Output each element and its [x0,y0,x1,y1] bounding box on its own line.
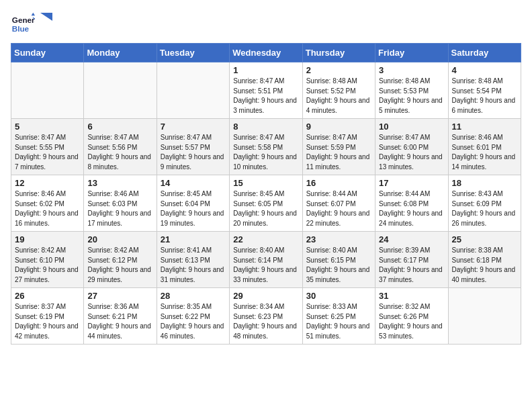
calendar-cell [448,288,521,345]
day-info: Sunrise: 8:47 AM Sunset: 5:57 PM Dayligh… [161,133,226,172]
day-info: Sunrise: 8:42 AM Sunset: 6:10 PM Dayligh… [15,246,80,285]
calendar-cell: 2Sunrise: 8:48 AM Sunset: 5:52 PM Daylig… [302,62,375,119]
weekday-header-friday: Friday [375,44,448,62]
calendar-cell: 15Sunrise: 8:45 AM Sunset: 6:05 PM Dayli… [230,175,302,232]
day-number: 18 [452,178,517,188]
day-number: 13 [87,178,152,188]
day-info: Sunrise: 8:34 AM Sunset: 6:23 PM Dayligh… [233,302,298,341]
day-number: 1 [233,65,298,75]
logo: General Blue [11,11,52,35]
calendar-week-row: 5Sunrise: 8:47 AM Sunset: 5:55 PM Daylig… [11,119,521,175]
calendar-header-row: SundayMondayTuesdayWednesdayThursdayFrid… [11,44,521,62]
day-number: 14 [161,178,226,188]
day-info: Sunrise: 8:46 AM Sunset: 6:03 PM Dayligh… [87,189,152,228]
calendar-cell: 19Sunrise: 8:42 AM Sunset: 6:10 PM Dayli… [11,232,84,288]
calendar-cell: 26Sunrise: 8:37 AM Sunset: 6:19 PM Dayli… [11,288,84,345]
day-info: Sunrise: 8:43 AM Sunset: 6:09 PM Dayligh… [452,189,517,228]
svg-marker-4 [40,13,52,21]
day-number: 24 [379,234,444,244]
day-info: Sunrise: 8:44 AM Sunset: 6:07 PM Dayligh… [306,189,371,228]
day-info: Sunrise: 8:46 AM Sunset: 6:02 PM Dayligh… [15,189,80,228]
weekday-header-sunday: Sunday [11,44,84,62]
day-info: Sunrise: 8:41 AM Sunset: 6:13 PM Dayligh… [161,246,226,285]
calendar-cell: 14Sunrise: 8:45 AM Sunset: 6:04 PM Dayli… [157,175,229,232]
calendar-cell: 16Sunrise: 8:44 AM Sunset: 6:07 PM Dayli… [302,175,375,232]
weekday-header-saturday: Saturday [448,44,521,62]
day-number: 12 [15,178,80,188]
page-header: General Blue [11,11,521,35]
weekday-header-tuesday: Tuesday [157,44,229,62]
calendar-cell: 3Sunrise: 8:48 AM Sunset: 5:53 PM Daylig… [375,62,448,119]
day-number: 28 [161,291,226,301]
calendar-cell: 21Sunrise: 8:41 AM Sunset: 6:13 PM Dayli… [157,232,229,288]
day-number: 5 [15,122,80,132]
day-number: 16 [306,178,371,188]
day-info: Sunrise: 8:38 AM Sunset: 6:18 PM Dayligh… [452,246,517,285]
day-number: 31 [379,291,444,301]
day-info: Sunrise: 8:47 AM Sunset: 5:51 PM Dayligh… [233,77,298,116]
calendar-cell: 13Sunrise: 8:46 AM Sunset: 6:03 PM Dayli… [84,175,157,232]
calendar-cell: 5Sunrise: 8:47 AM Sunset: 5:55 PM Daylig… [11,119,84,175]
calendar-cell: 8Sunrise: 8:47 AM Sunset: 5:58 PM Daylig… [230,119,302,175]
day-info: Sunrise: 8:36 AM Sunset: 6:21 PM Dayligh… [87,302,152,341]
calendar-cell: 4Sunrise: 8:48 AM Sunset: 5:54 PM Daylig… [448,62,521,119]
day-number: 30 [306,291,371,301]
day-info: Sunrise: 8:48 AM Sunset: 5:54 PM Dayligh… [452,77,517,116]
svg-text:General: General [12,15,35,24]
calendar-cell: 1Sunrise: 8:47 AM Sunset: 5:51 PM Daylig… [230,62,302,119]
weekday-header-thursday: Thursday [302,44,375,62]
day-number: 22 [233,234,298,244]
day-number: 2 [306,65,371,75]
day-number: 19 [15,234,80,244]
day-number: 8 [233,122,298,132]
day-info: Sunrise: 8:48 AM Sunset: 5:52 PM Dayligh… [306,77,371,116]
day-number: 3 [379,65,444,75]
day-info: Sunrise: 8:42 AM Sunset: 6:12 PM Dayligh… [87,246,152,285]
day-info: Sunrise: 8:39 AM Sunset: 6:17 PM Dayligh… [379,246,444,285]
calendar-cell: 7Sunrise: 8:47 AM Sunset: 5:57 PM Daylig… [157,119,229,175]
day-number: 23 [306,234,371,244]
day-info: Sunrise: 8:37 AM Sunset: 6:19 PM Dayligh… [15,302,80,341]
calendar-cell [11,62,84,119]
calendar-week-row: 19Sunrise: 8:42 AM Sunset: 6:10 PM Dayli… [11,232,521,288]
calendar-cell [84,62,157,119]
day-info: Sunrise: 8:47 AM Sunset: 5:59 PM Dayligh… [306,133,371,172]
calendar-cell: 28Sunrise: 8:35 AM Sunset: 6:22 PM Dayli… [157,288,229,345]
calendar-cell: 18Sunrise: 8:43 AM Sunset: 6:09 PM Dayli… [448,175,521,232]
day-info: Sunrise: 8:44 AM Sunset: 6:08 PM Dayligh… [379,189,444,228]
svg-marker-2 [32,13,35,16]
day-info: Sunrise: 8:47 AM Sunset: 6:00 PM Dayligh… [379,133,444,172]
calendar-cell: 24Sunrise: 8:39 AM Sunset: 6:17 PM Dayli… [375,232,448,288]
weekday-header-wednesday: Wednesday [230,44,302,62]
calendar-table: SundayMondayTuesdayWednesdayThursdayFrid… [11,43,521,345]
calendar-week-row: 26Sunrise: 8:37 AM Sunset: 6:19 PM Dayli… [11,288,521,345]
calendar-cell: 6Sunrise: 8:47 AM Sunset: 5:56 PM Daylig… [84,119,157,175]
day-number: 25 [452,234,517,244]
svg-text:Blue: Blue [12,24,30,33]
day-number: 7 [161,122,226,132]
calendar-cell: 23Sunrise: 8:40 AM Sunset: 6:15 PM Dayli… [302,232,375,288]
day-number: 26 [15,291,80,301]
calendar-cell: 17Sunrise: 8:44 AM Sunset: 6:08 PM Dayli… [375,175,448,232]
calendar-week-row: 1Sunrise: 8:47 AM Sunset: 5:51 PM Daylig… [11,62,521,119]
calendar-cell [157,62,229,119]
day-info: Sunrise: 8:46 AM Sunset: 6:01 PM Dayligh… [452,133,517,172]
calendar-cell: 30Sunrise: 8:33 AM Sunset: 6:25 PM Dayli… [302,288,375,345]
day-number: 10 [379,122,444,132]
calendar-week-row: 12Sunrise: 8:46 AM Sunset: 6:02 PM Dayli… [11,175,521,232]
calendar-cell: 11Sunrise: 8:46 AM Sunset: 6:01 PM Dayli… [448,119,521,175]
calendar-cell: 27Sunrise: 8:36 AM Sunset: 6:21 PM Dayli… [84,288,157,345]
day-info: Sunrise: 8:47 AM Sunset: 5:56 PM Dayligh… [87,133,152,172]
day-number: 15 [233,178,298,188]
day-info: Sunrise: 8:33 AM Sunset: 6:25 PM Dayligh… [306,302,371,341]
day-number: 9 [306,122,371,132]
weekday-header-monday: Monday [84,44,157,62]
day-info: Sunrise: 8:48 AM Sunset: 5:53 PM Dayligh… [379,77,444,116]
day-info: Sunrise: 8:45 AM Sunset: 6:05 PM Dayligh… [233,189,298,228]
day-number: 11 [452,122,517,132]
day-info: Sunrise: 8:45 AM Sunset: 6:04 PM Dayligh… [161,189,226,228]
calendar-cell: 9Sunrise: 8:47 AM Sunset: 5:59 PM Daylig… [302,119,375,175]
calendar-cell: 12Sunrise: 8:46 AM Sunset: 6:02 PM Dayli… [11,175,84,232]
calendar-cell: 22Sunrise: 8:40 AM Sunset: 6:14 PM Dayli… [230,232,302,288]
day-info: Sunrise: 8:32 AM Sunset: 6:26 PM Dayligh… [379,302,444,341]
